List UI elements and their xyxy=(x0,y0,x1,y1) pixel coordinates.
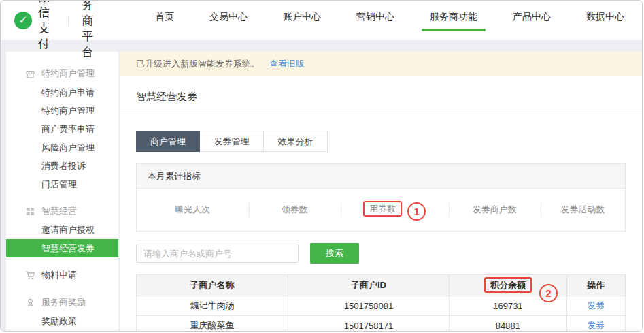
tab-merchant-management[interactable]: 商户管理 xyxy=(136,131,200,152)
wechat-pay-logo-icon: ✓ xyxy=(14,12,32,29)
annotation-box-points-balance: 积分余额 xyxy=(484,277,532,293)
cell-merchant-id: 1501758081 xyxy=(288,296,449,316)
header-actions: 操作 xyxy=(566,275,625,296)
page-body: 特约商户管理 特约商户申请 特约商户管理 商户费率申请 风险商户管理 消费者投诉… xyxy=(1,40,642,331)
table-header-row: 子商户名称 子商户ID 积分余额 2 操作 xyxy=(137,275,626,296)
annotation-box-coupons-used: 用券数 xyxy=(363,201,402,217)
metrics-row: 曝光人次 领券数 用券数1 发券商户数 发券活动数 xyxy=(137,189,625,231)
cell-merchant-name: 魏记牛肉汤 xyxy=(137,296,288,316)
main-content: 已升级进入新版智能发券系统。 查看旧版 智慧经营发券 商户管理 发券管理 效果分… xyxy=(120,52,642,331)
merchant-search-row: 搜索 xyxy=(136,243,626,264)
cell-points-balance: 84881 xyxy=(450,316,567,332)
view-old-version-link[interactable]: 查看旧版 xyxy=(269,58,305,70)
sidebar-item-consumer-complaints[interactable]: 消费者投诉 xyxy=(6,157,118,175)
page-title: 智慧经营发券 xyxy=(120,76,642,114)
brand-platform: 服务商平台 xyxy=(82,0,103,60)
metric-issuing-campaigns: 发券活动数 xyxy=(541,204,625,216)
notice-text: 已升级进入新版智能发券系统。 xyxy=(136,58,260,70)
sub-merchant-table: 子商户名称 子商户ID 积分余额 2 操作 魏记牛肉汤 1501758081 1… xyxy=(136,274,626,332)
table-row: 重庆酸菜鱼 1501758171 84881 发券 xyxy=(137,316,626,332)
sidebar: 特约商户管理 特约商户申请 特约商户管理 商户费率申请 风险商户管理 消费者投诉… xyxy=(6,52,118,331)
metric-coupons-claimed: 领券数 xyxy=(249,204,341,216)
sidebar-section-label: 特约商户管理 xyxy=(41,67,95,80)
nav-item-account-center[interactable]: 账户中心 xyxy=(265,1,339,40)
nav-item-service-provider-features[interactable]: 服务商功能 xyxy=(412,1,495,40)
tab-effect-analysis[interactable]: 效果分析 xyxy=(264,131,328,152)
sidebar-item-smart-coupon-issuing[interactable]: 智慧经营发券 xyxy=(6,239,118,257)
nav-item-product-center[interactable]: 产品中心 xyxy=(495,1,569,40)
sidebar-item-reward-policy[interactable]: 奖励政策 xyxy=(6,312,118,330)
sidebar-item-risk-merchant-manage[interactable]: 风险商户管理 xyxy=(6,138,118,157)
sidebar-item-special-merchant-manage[interactable]: 特约商户管理 xyxy=(6,101,118,120)
nav-item-trade-center[interactable]: 交易中心 xyxy=(192,1,265,40)
sidebar-section-label: 服务商奖励 xyxy=(41,296,86,308)
tab-coupon-management[interactable]: 发券管理 xyxy=(200,131,264,152)
nav-item-marketing-center[interactable]: 营销中心 xyxy=(339,1,412,40)
brand-name: 微信支付 xyxy=(38,0,55,52)
cell-merchant-name: 重庆酸菜鱼 xyxy=(137,316,288,332)
tab-bar: 商户管理 发券管理 效果分析 xyxy=(136,131,626,152)
sidebar-item-store-manage[interactable]: 门店管理 xyxy=(6,175,118,193)
cart-icon xyxy=(25,270,35,281)
issue-coupon-link[interactable]: 发券 xyxy=(587,320,605,330)
metric-exposure-count: 曝光人次 xyxy=(137,204,249,216)
sidebar-section-label: 智慧经营 xyxy=(41,205,77,217)
search-button[interactable]: 搜索 xyxy=(310,243,359,264)
metric-coupons-used: 用券数1 xyxy=(341,201,449,219)
award-icon xyxy=(25,298,35,308)
grid-icon xyxy=(25,206,35,217)
upgrade-notice-bar: 已升级进入新版智能发券系统。 查看旧版 xyxy=(120,52,642,76)
top-navbar: ✓ 微信支付 ｜ 服务商平台 首页 交易中心 账户中心 营销中心 服务商功能 产… xyxy=(1,1,642,40)
merchant-search-input[interactable] xyxy=(136,244,299,263)
nav-item-data-center[interactable]: 数据中心 xyxy=(569,1,642,40)
issue-coupon-link[interactable]: 发券 xyxy=(587,300,605,311)
sidebar-item-invite-merchant-auth[interactable]: 邀请商户授权 xyxy=(6,221,118,239)
header-sub-merchant-name: 子商户名称 xyxy=(137,275,288,296)
cell-action: 发券 xyxy=(566,296,625,316)
header-sub-merchant-id: 子商户ID xyxy=(288,275,449,296)
annotation-circle-1: 1 xyxy=(407,202,426,221)
main-nav: 首页 交易中心 账户中心 营销中心 服务商功能 产品中心 数据中心 xyxy=(137,1,642,40)
monthly-metrics-panel: 本月累计指标 曝光人次 领券数 用券数1 发券商户数 发券活动数 xyxy=(136,163,626,232)
metric-issuing-merchants: 发券商户数 xyxy=(449,204,541,216)
sidebar-section-special-merchant-management[interactable]: 特约商户管理 xyxy=(6,64,118,83)
sidebar-item-merchant-rate-apply[interactable]: 商户费率申请 xyxy=(6,120,118,138)
sidebar-section-smart-business[interactable]: 智慧经营 xyxy=(6,202,118,221)
nav-item-home[interactable]: 首页 xyxy=(137,1,192,40)
brand-separator: ｜ xyxy=(63,14,73,27)
sidebar-section-material-apply[interactable]: 物料申请 xyxy=(6,266,118,285)
sidebar-item-industry-reward-signup[interactable]: 行业奖励报名 xyxy=(6,330,118,331)
cell-action: 发券 xyxy=(566,316,625,332)
metrics-panel-title: 本月累计指标 xyxy=(137,164,625,189)
header-points-balance: 积分余额 2 xyxy=(450,275,567,296)
storefront-icon xyxy=(25,69,35,79)
app-window: ✓ 微信支付 ｜ 服务商平台 首页 交易中心 账户中心 营销中心 服务商功能 产… xyxy=(0,0,643,332)
sidebar-section-service-provider-rewards[interactable]: 服务商奖励 xyxy=(6,293,118,312)
cell-merchant-id: 1501758171 xyxy=(288,316,449,332)
sidebar-item-special-merchant-apply[interactable]: 特约商户申请 xyxy=(6,83,118,101)
annotation-circle-2: 2 xyxy=(539,284,558,302)
sidebar-section-label: 物料申请 xyxy=(41,269,77,281)
